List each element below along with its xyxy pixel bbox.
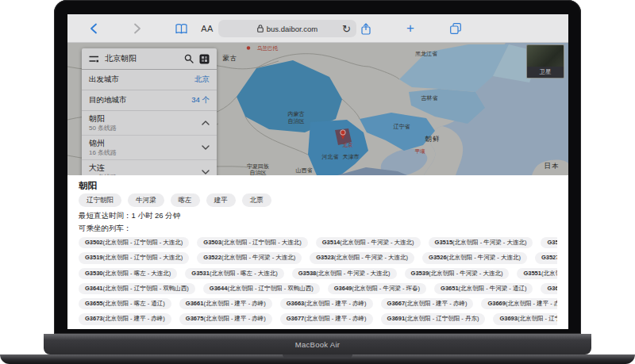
page: AA bus.daibor.com ↻ [0, 0, 635, 364]
train-row: G3641(北京朝阳 - 辽宁朝阳 - 双鸭山西)G3644(北京朝阳 - 辽宁… [79, 283, 557, 294]
train-chip[interactable]: G3669(北京朝阳 - 建平 - 赤峰) [481, 298, 557, 309]
train-chip[interactable]: G3518(北京朝阳 - 辽宁朝阳 - 大连北) [541, 237, 557, 248]
train-chip[interactable]: G3519(北京朝阳 - 辽宁朝阳 - 大连北) [79, 252, 189, 263]
train-chip[interactable]: G3661(北京朝阳 - 建平 - 赤峰) [179, 298, 272, 309]
url-text: bus.daibor.com [267, 25, 318, 33]
city-accordion-row[interactable]: 锦州16 条线路 [82, 136, 217, 160]
station-tag[interactable]: 建平 [206, 193, 236, 207]
station-tags: 辽宁朝阳牛河梁喀左建平北票 [79, 193, 557, 207]
map-label: 朝鲜 [425, 135, 441, 143]
search-icon[interactable] [184, 54, 194, 63]
train-list: G3502(北京朝阳 - 辽宁朝阳 - 大连北)G3503(北京朝阳 - 辽宁朝… [79, 237, 557, 329]
reader-label: AA [201, 24, 214, 33]
chevron-right-icon [133, 23, 141, 34]
train-chip[interactable]: G3653(北京朝阳 - 辽宁朝阳 - 通辽) [541, 283, 557, 294]
train-chip[interactable]: G3663(北京朝阳 - 建平 - 赤峰) [280, 298, 373, 309]
train-chip[interactable]: G941(北京朝阳 - 辽宁朝阳 - 鞍山西) [425, 329, 532, 330]
station-tag[interactable]: 牛河梁 [128, 193, 164, 207]
browser-toolbar: AA bus.daibor.com ↻ [67, 14, 568, 43]
back-button[interactable] [87, 14, 101, 43]
train-chip[interactable]: G3695(北京朝阳 - 辽宁朝阳 - 鞍山西) [79, 329, 189, 330]
forward-button[interactable] [130, 14, 144, 43]
train-chip[interactable]: G3677(北京朝阳 - 建平 - 赤峰) [280, 313, 373, 324]
map-label: 辽宁省 [394, 123, 410, 130]
train-row: G3673(北京朝阳 - 建平 - 赤峰)G3675(北京朝阳 - 建平 - 赤… [79, 313, 557, 324]
dest-city-row[interactable]: 目的地城市 34 个 [82, 90, 217, 111]
map-label: 山西省 [296, 167, 313, 174]
train-chip[interactable]: G3523(北京朝阳 - 牛河梁 - 大连北) [310, 252, 414, 263]
city-route-count: 16 条线路 [89, 149, 117, 157]
train-chip[interactable]: G3673(北京朝阳 - 建平 - 赤峰) [79, 313, 171, 324]
search-input[interactable]: 北京朝阳 [105, 53, 179, 64]
train-chip[interactable]: G3693(北京朝阳 - 辽宁朝阳 - 丹东) [493, 313, 557, 324]
city-accordion-row[interactable]: 朝阳50 条线路 [82, 111, 217, 136]
app-grid-icon[interactable] [199, 54, 210, 64]
share-button[interactable] [359, 14, 373, 43]
book-icon [175, 24, 187, 34]
train-chip[interactable]: G3538(北京朝阳 - 牛河梁 - 大连北) [292, 268, 397, 279]
train-chip[interactable]: G3667(北京朝阳 - 建平 - 赤峰) [381, 298, 474, 309]
train-chip[interactable]: G925(北京朝阳 - 牛河梁 - 鞍山西) [316, 329, 418, 330]
station-tag[interactable]: 北票 [242, 193, 271, 207]
train-row: G3655(北京朝阳 - 喀左 - 通辽)G3661(北京朝阳 - 建平 - 赤… [79, 298, 557, 309]
screen: AA bus.daibor.com ↻ [67, 14, 568, 329]
city-text: 锦州16 条线路 [89, 139, 117, 156]
map-label: 天津市 [343, 153, 360, 160]
train-chip[interactable]: G3655(北京朝阳 - 喀左 - 通辽) [79, 298, 171, 309]
bookmarks-button[interactable] [174, 14, 188, 43]
chevron-down-icon [202, 170, 210, 174]
train-chip[interactable]: G3503(北京朝阳 - 辽宁朝阳 - 大连北) [197, 237, 307, 248]
map-label: 日本 [545, 162, 560, 170]
macbook-notch [283, 354, 352, 358]
train-chip[interactable]: G3502(北京朝阳 - 辽宁朝阳 - 大连北) [79, 237, 189, 248]
reader-button[interactable]: AA [199, 14, 215, 43]
filter-icon [89, 56, 99, 63]
train-row: G3695(北京朝阳 - 辽宁朝阳 - 鞍山西)G3699(北京朝阳 - 辽宁朝… [79, 329, 557, 330]
train-row: G3519(北京朝阳 - 辽宁朝阳 - 大连北)G3522(北京朝阳 - 牛河梁… [79, 252, 557, 263]
train-row: G3502(北京朝阳 - 辽宁朝阳 - 大连北)G3503(北京朝阳 - 辽宁朝… [79, 237, 557, 248]
station-tag[interactable]: 喀左 [171, 193, 200, 207]
chevron-down-icon [202, 145, 210, 150]
fastest-time-value: 1 小时 26 分钟 [132, 211, 181, 220]
new-tab-button[interactable]: + [403, 14, 418, 43]
destination-city-list: 朝阳50 条线路锦州16 条线路大连18 条线路 [82, 111, 217, 175]
train-chip[interactable]: G3551(北京朝阳 - 喀左 - 鞍山西) [517, 268, 557, 279]
train-chip[interactable]: G3691(北京朝阳 - 辽宁朝阳 - 丹东) [381, 313, 486, 324]
tabs-button[interactable] [448, 14, 463, 43]
train-chip[interactable]: G3530(北京朝阳 - 喀左 - 大连北) [79, 268, 177, 279]
train-chip[interactable]: G3526(北京朝阳 - 牛河梁 - 大连北) [422, 252, 527, 263]
map-label: 河北省 [321, 154, 339, 160]
map-label: 宁夏回族 [247, 163, 269, 170]
plus-icon: + [406, 21, 414, 36]
satellite-toggle[interactable]: 卫星 [526, 44, 564, 79]
station-tag[interactable]: 辽宁朝阳 [79, 193, 121, 207]
map-label: 内蒙古 [288, 111, 305, 117]
train-chip[interactable]: G3641(北京朝阳 - 辽宁朝阳 - 双鸭山西) [79, 283, 195, 294]
depart-city-row[interactable]: 出发城市 北京 [82, 70, 217, 90]
address-bar[interactable]: bus.daibor.com ↻ [218, 20, 356, 37]
train-chip[interactable]: G3649(北京朝阳 - 牛河梁 - 珲春) [328, 283, 426, 294]
map-label: 吉林省 [421, 95, 438, 102]
chevron-up-icon [202, 121, 210, 125]
train-chip[interactable]: G3699(北京朝阳 - 辽宁朝阳 - 鞍山西) [197, 329, 307, 330]
depart-city-label: 出发城市 [89, 75, 119, 85]
result-city-title: 朝阳 [79, 180, 557, 191]
city-name: 锦州 [89, 139, 117, 149]
search-bar[interactable]: 北京朝阳 [82, 48, 217, 70]
train-chip[interactable]: G3531(北京朝阳 - 喀左 - 大连北) [185, 268, 283, 279]
fastest-time-line: 最短直达时间：1 小时 26 分钟 [79, 211, 557, 221]
train-chip[interactable]: G3515(北京朝阳 - 牛河梁 - 大连北) [429, 237, 533, 248]
train-chip[interactable]: G3514(北京朝阳 - 牛河梁 - 大连北) [316, 237, 421, 248]
tabs-icon [450, 23, 461, 34]
train-chip[interactable]: G3527(北京朝阳 - 牛河梁 - 大连北) [535, 252, 557, 263]
train-chip[interactable]: G3675(北京朝阳 - 建平 - 赤峰) [179, 313, 272, 324]
city-accordion-row[interactable]: 大连18 条线路 [82, 160, 217, 175]
map-viewport[interactable]: 蒙古乌兰巴托内蒙古自治区黑龙江省吉林省辽宁省朝鲜平壤北京天津市河北省山西省宁夏回… [67, 43, 568, 175]
train-chip[interactable]: G3522(北京朝阳 - 牛河梁 - 大连北) [197, 252, 302, 263]
train-row: G3530(北京朝阳 - 喀左 - 大连北)G3531(北京朝阳 - 喀左 - … [79, 268, 557, 279]
reload-button[interactable]: ↻ [342, 20, 351, 37]
train-chip[interactable]: G3644(北京朝阳 - 辽宁朝阳 - 双鸭山西) [203, 283, 320, 294]
ulaanbaatar-dot [247, 46, 250, 49]
train-chip[interactable]: G3651(北京朝阳 - 牛河梁 - 通辽) [434, 283, 533, 294]
train-chip[interactable]: G3539(北京朝阳 - 牛河梁 - 大连北) [405, 268, 510, 279]
